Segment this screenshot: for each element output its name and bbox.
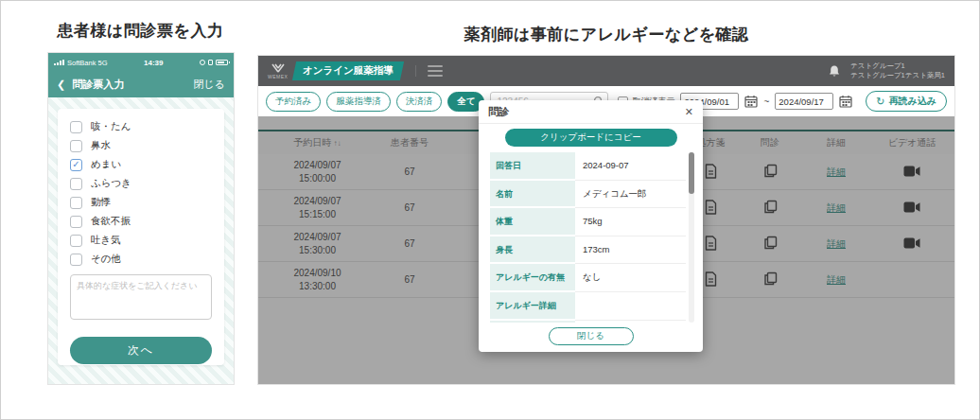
modal-scrollbar-thumb[interactable] xyxy=(689,152,694,194)
checkbox-icon[interactable] xyxy=(70,254,82,266)
modal-close-button[interactable]: 閉じる xyxy=(549,327,634,345)
modal-row-label: 身長 xyxy=(490,236,575,265)
logo-text: WEMEX xyxy=(268,74,288,79)
filter-pill[interactable]: 決済済 xyxy=(396,92,443,112)
calendar-from-icon[interactable] xyxy=(744,95,758,108)
symptom-checkbox-row[interactable]: その他 xyxy=(70,250,212,269)
carrier-label: SoftBank 5G xyxy=(67,59,108,67)
phone-nav-bar: ❮ 問診票入力 閉じる xyxy=(48,72,234,97)
modal-table-row: アレルギー詳細 xyxy=(490,292,686,321)
modal-table-container: 回答日 2024-09-07 名前 メディコム一郎 体重 75kg 身長 173… xyxy=(490,152,694,323)
hamburger-icon xyxy=(428,65,443,77)
symptom-checkbox-row[interactable]: 鼻水 xyxy=(70,136,212,155)
battery-icon xyxy=(216,60,228,65)
checkbox-icon[interactable] xyxy=(70,235,82,247)
symptom-checkbox-row[interactable]: 咳・たん xyxy=(70,117,212,136)
modal-row-value: 75kg xyxy=(575,208,686,236)
modal-row-label: 名前 xyxy=(490,181,575,209)
checkbox-icon[interactable] xyxy=(70,178,82,190)
location-icon xyxy=(200,60,205,65)
account-info: テストグループ1 テストグループ1テスト薬局1 xyxy=(850,61,945,80)
modal-row-value: メディコム一郎 xyxy=(575,181,686,209)
modal-table-row: 名前 メディコム一郎 xyxy=(490,181,686,209)
copy-to-clipboard-button[interactable]: クリップボードにコピー xyxy=(505,129,677,147)
checkbox-label: ふらつき xyxy=(91,177,131,190)
checkbox-icon[interactable] xyxy=(70,140,82,152)
filter-pill[interactable]: 服薬指導済 xyxy=(326,92,391,112)
checkbox-label: 動悸 xyxy=(91,196,111,209)
hamburger-menu-button[interactable] xyxy=(415,65,443,77)
wemex-logo: WEMEX xyxy=(268,63,288,79)
phone-status-bar: SoftBank 5G 14:39 xyxy=(48,53,234,72)
symptom-checkbox-list: 咳・たん 鼻水 ✓ めまい ふらつき 動悸 食欲不振 吐き気 その他 xyxy=(70,117,212,269)
modal-table-row: アレルギーの有無 なし xyxy=(490,264,686,292)
date-range-separator: ~ xyxy=(763,96,769,107)
back-chevron-icon[interactable]: ❮ xyxy=(57,79,65,91)
screenshot-canvas: 患者様は問診票を入力 薬剤師は事前にアレルギーなどを確認 SoftBank 5G… xyxy=(0,0,980,420)
modal-row-value xyxy=(575,292,686,321)
phone-body: 咳・たん 鼻水 ✓ めまい ふらつき 動悸 食欲不振 吐き気 その他 次へ xyxy=(48,97,234,384)
account-group: テストグループ1 xyxy=(850,61,905,70)
right-caption: 薬剤師は事前にアレルギーなどを確認 xyxy=(258,24,954,45)
account-pharmacy: テストグループ1テスト薬局1 xyxy=(850,71,945,79)
checkbox-label: 吐き気 xyxy=(91,234,121,247)
phone-page-title: 問診票入力 xyxy=(72,78,193,92)
modal-table: 回答日 2024-09-07 名前 メディコム一郎 体重 75kg 身長 173… xyxy=(490,152,686,323)
phone-screenshot: SoftBank 5G 14:39 ❮ 問診票入力 閉じる 咳・たん 鼻水 ✓ … xyxy=(48,53,234,384)
modal-table-row: 身長 173cm xyxy=(490,236,686,265)
checkbox-label: 鼻水 xyxy=(91,139,111,152)
modal-row-label: ジェネリックを希望する xyxy=(490,321,575,323)
modal-header: 問診 ✕ xyxy=(479,100,703,124)
modal-row-label: アレルギーの有無 xyxy=(490,264,575,292)
calendar-to-icon[interactable] xyxy=(839,95,852,108)
left-caption: 患者様は問診票を入力 xyxy=(29,20,252,42)
modal-row-value: なし xyxy=(575,264,686,292)
date-to-input[interactable] xyxy=(775,93,833,110)
desktop-app-screenshot: WEMEX オンライン服薬指導 テストグループ1 テストグループ1テスト薬局1 … xyxy=(258,56,954,384)
phone-close-button[interactable]: 閉じる xyxy=(193,78,225,92)
checkbox-icon[interactable] xyxy=(70,197,82,209)
modal-row-value: 希望しない xyxy=(575,321,686,323)
checkbox-label: 食欲不振 xyxy=(91,215,131,228)
modal-table-row: 体重 75kg xyxy=(490,208,686,236)
modal-scrollbar-track[interactable] xyxy=(689,152,694,323)
signal-icon xyxy=(54,60,64,66)
reload-button[interactable]: ↻ 再読み込み xyxy=(866,91,947,112)
symptom-detail-textarea[interactable] xyxy=(70,274,212,320)
filter-pill[interactable]: 予約済み xyxy=(266,92,321,112)
checkbox-icon[interactable]: ✓ xyxy=(70,159,82,171)
symptom-checkbox-row[interactable]: 動悸 xyxy=(70,193,212,212)
reload-icon: ↻ xyxy=(876,96,884,108)
checkbox-label: めまい xyxy=(91,158,121,171)
notification-bell-icon[interactable] xyxy=(828,64,841,79)
symptom-checkbox-row[interactable]: 吐き気 xyxy=(70,231,212,250)
next-button[interactable]: 次へ xyxy=(70,337,212,364)
modal-table-row: 回答日 2024-09-07 xyxy=(490,152,686,181)
checkbox-label: その他 xyxy=(91,253,121,266)
symptom-checkbox-row[interactable]: 食欲不振 xyxy=(70,212,212,231)
status-time: 14:39 xyxy=(108,59,200,67)
modal-close-icon[interactable]: ✕ xyxy=(685,106,693,118)
questionnaire-card: 咳・たん 鼻水 ✓ めまい ふらつき 動悸 食欲不振 吐き気 その他 次へ xyxy=(58,109,224,365)
modal-table-row: ジェネリックを希望する 希望しない xyxy=(490,321,686,323)
checkbox-label: 咳・たん xyxy=(91,120,131,133)
lock-icon xyxy=(208,60,213,65)
modal-row-label: 体重 xyxy=(490,208,575,236)
service-badge: オンライン服薬指導 xyxy=(292,61,404,80)
symptom-checkbox-row[interactable]: ✓ めまい xyxy=(70,155,212,174)
modal-row-value: 173cm xyxy=(575,236,686,265)
checkbox-icon[interactable] xyxy=(70,216,82,228)
modal-row-label: アレルギー詳細 xyxy=(490,292,575,321)
app-top-bar: WEMEX オンライン服薬指導 テストグループ1 テストグループ1テスト薬局1 xyxy=(258,56,954,86)
questionnaire-modal: 問診 ✕ クリップボードにコピー 回答日 2024-09-07 名前 メディコム… xyxy=(479,100,703,352)
modal-row-value: 2024-09-07 xyxy=(575,152,686,181)
checkbox-icon[interactable] xyxy=(70,121,82,133)
modal-row-label: 回答日 xyxy=(490,152,575,181)
modal-title: 問診 xyxy=(488,105,509,119)
symptom-checkbox-row[interactable]: ふらつき xyxy=(70,174,212,193)
status-filter-group: 予約済み 服薬指導済 決済済 全て xyxy=(266,92,484,112)
